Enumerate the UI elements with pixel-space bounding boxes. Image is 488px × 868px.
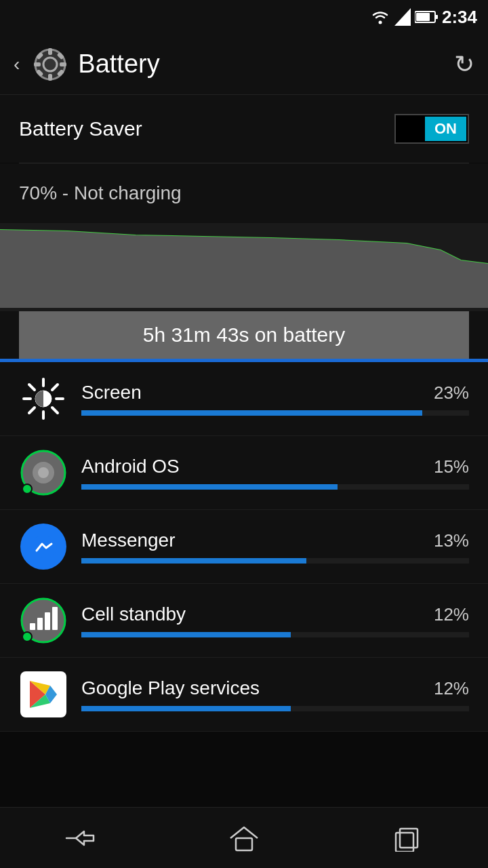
svg-rect-40 xyxy=(236,838,252,850)
svg-rect-34 xyxy=(52,607,58,630)
screen-progress-bg xyxy=(81,410,469,416)
status-icons: 2:34 xyxy=(370,7,477,28)
svg-point-0 xyxy=(378,21,382,24)
svg-rect-3 xyxy=(435,15,438,19)
gplay-app-name: Google Play services xyxy=(81,677,260,699)
settings-gear-icon xyxy=(33,47,67,81)
cell-name-row: Cell standby 12% xyxy=(81,604,469,625)
svg-point-28 xyxy=(38,467,49,478)
messenger-name-row: Messenger 13% xyxy=(81,530,469,551)
page-title: Battery xyxy=(78,50,159,79)
screen-app-name: Screen xyxy=(81,382,142,403)
svg-line-23 xyxy=(52,408,58,413)
svg-rect-4 xyxy=(416,13,430,21)
svg-point-29 xyxy=(22,484,32,494)
gplay-progress-bg xyxy=(81,706,469,711)
svg-rect-41 xyxy=(400,829,418,848)
battery-saver-row: Battery Saver ON xyxy=(0,95,488,163)
toggle-on-label: ON xyxy=(425,117,466,141)
home-nav-button[interactable] xyxy=(217,818,271,859)
cell-percent: 12% xyxy=(434,604,469,625)
gplay-percent: 12% xyxy=(434,678,469,699)
app-bar-left: ‹ Battery xyxy=(14,47,160,81)
wifi-icon xyxy=(370,9,390,25)
battery-percent-text: 70% - Not charging xyxy=(19,182,469,204)
back-arrow-icon[interactable]: ‹ xyxy=(14,54,20,75)
svg-rect-9 xyxy=(34,62,41,66)
list-item[interactable]: Cell standby 12% xyxy=(0,584,488,658)
screen-percent: 23% xyxy=(434,382,469,403)
status-time: 2:34 xyxy=(442,7,477,28)
svg-marker-1 xyxy=(394,8,411,26)
android-info: Android OS 15% xyxy=(81,456,469,490)
svg-point-35 xyxy=(22,632,32,642)
svg-rect-32 xyxy=(37,618,43,630)
messenger-icon-circle xyxy=(20,524,66,570)
chart-label-bar[interactable]: 5h 31m 43s on battery xyxy=(19,311,469,359)
recents-nav-button[interactable] xyxy=(380,818,434,859)
cell-standby-info: Cell standby 12% xyxy=(81,604,469,637)
svg-rect-42 xyxy=(396,833,413,852)
battery-chart-container: 5h 31m 43s on battery xyxy=(0,223,488,362)
svg-line-24 xyxy=(52,384,58,390)
spacer-bottom xyxy=(0,732,488,793)
android-name-row: Android OS 15% xyxy=(81,456,469,477)
battery-saver-toggle[interactable]: ON xyxy=(394,114,469,144)
battery-icon xyxy=(415,10,438,24)
app-bar: ‹ Battery ↻ xyxy=(0,34,488,95)
svg-rect-33 xyxy=(45,612,50,630)
bottom-nav xyxy=(0,807,488,868)
list-item[interactable]: Screen 23% xyxy=(0,362,488,436)
gplay-icon-box xyxy=(20,671,66,717)
refresh-icon[interactable]: ↻ xyxy=(454,50,474,79)
list-item[interactable]: Messenger 13% xyxy=(0,510,488,584)
gplay-name-row: Google Play services 12% xyxy=(81,677,469,699)
signal-icon xyxy=(394,8,411,26)
chart-label-text: 5h 31m 43s on battery xyxy=(143,323,346,347)
svg-rect-7 xyxy=(48,48,52,55)
svg-rect-31 xyxy=(30,623,35,630)
svg-rect-10 xyxy=(60,62,66,66)
battery-status-row: 70% - Not charging xyxy=(0,163,488,223)
svg-line-25 xyxy=(29,408,35,413)
content-area: Battery Saver ON 70% - Not charging 5h 3… xyxy=(0,95,488,793)
list-item[interactable]: Google Play services 12% xyxy=(0,658,488,732)
google-play-icon xyxy=(19,670,68,719)
messenger-app-name: Messenger xyxy=(81,530,176,551)
cell-standby-icon xyxy=(19,596,68,645)
android-progress-fill xyxy=(81,484,338,490)
battery-saver-label: Battery Saver xyxy=(19,117,142,140)
messenger-icon xyxy=(19,522,68,571)
svg-rect-8 xyxy=(48,74,52,81)
back-nav-button[interactable] xyxy=(54,818,108,859)
screen-progress-fill xyxy=(81,410,422,416)
app-battery-list: Screen 23% Andro xyxy=(0,362,488,732)
screen-icon xyxy=(19,374,68,423)
screen-name-row: Screen 23% xyxy=(81,382,469,403)
messenger-progress-fill xyxy=(81,558,306,564)
cell-app-name: Cell standby xyxy=(81,604,186,625)
gplay-info: Google Play services 12% xyxy=(81,677,469,711)
list-item[interactable]: Android OS 15% xyxy=(0,436,488,510)
cell-progress-bg xyxy=(81,632,469,637)
screen-info: Screen 23% xyxy=(81,382,469,416)
svg-line-22 xyxy=(29,384,35,390)
battery-usage-chart xyxy=(0,223,488,311)
messenger-progress-bg xyxy=(81,558,469,564)
chart-area xyxy=(0,223,488,311)
messenger-percent: 13% xyxy=(434,530,469,551)
messenger-info: Messenger 13% xyxy=(81,530,469,564)
cell-progress-fill xyxy=(81,632,291,637)
android-app-name: Android OS xyxy=(81,456,180,477)
android-progress-bg xyxy=(81,484,469,490)
status-bar: 2:34 xyxy=(0,0,488,34)
gplay-progress-fill xyxy=(81,706,291,711)
android-os-icon xyxy=(19,448,68,497)
android-percent: 15% xyxy=(434,456,469,477)
